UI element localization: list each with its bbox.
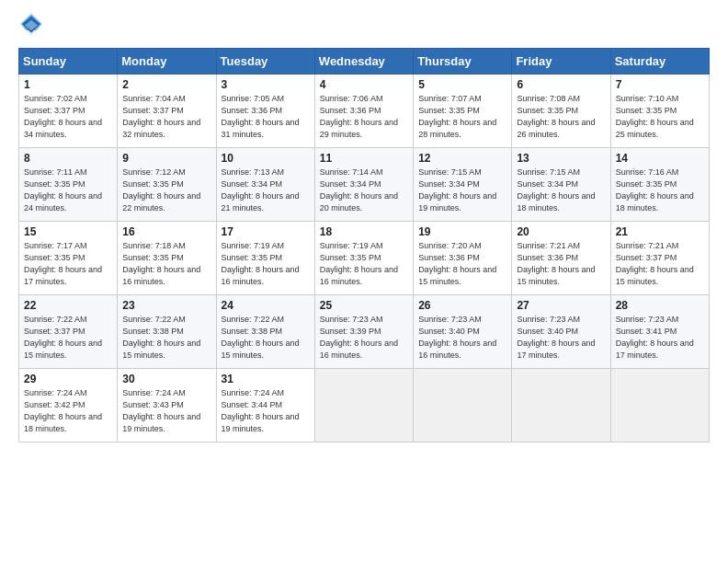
sunset-text: Sunset: 3:34 PM xyxy=(320,179,381,189)
day-number: 14 xyxy=(616,152,704,165)
cell-content: Sunrise: 7:16 AM Sunset: 3:35 PM Dayligh… xyxy=(616,167,704,214)
cell-content: Sunrise: 7:23 AM Sunset: 3:39 PM Dayligh… xyxy=(320,314,408,362)
sunrise-text: Sunrise: 7:23 AM xyxy=(320,315,383,324)
day-number: 3 xyxy=(222,78,310,91)
sunset-text: Sunset: 3:34 PM xyxy=(517,179,578,189)
sunset-text: Sunset: 3:38 PM xyxy=(222,327,283,336)
calendar-cell: 27 Sunrise: 7:23 AM Sunset: 3:40 PM Dayl… xyxy=(512,295,610,369)
sunrise-text: Sunrise: 7:20 AM xyxy=(418,241,482,250)
sunset-text: Sunset: 3:37 PM xyxy=(122,106,184,115)
day-number: 2 xyxy=(122,78,210,91)
daylight-text: Daylight: 8 hours and 21 minutes. xyxy=(222,191,300,213)
col-thursday: Thursday xyxy=(414,49,512,75)
cell-content: Sunrise: 7:10 AM Sunset: 3:35 PM Dayligh… xyxy=(616,93,704,141)
calendar-cell xyxy=(414,369,512,442)
sunrise-text: Sunrise: 7:17 AM xyxy=(24,241,87,250)
day-number: 29 xyxy=(24,373,112,385)
page: Sunday Monday Tuesday Wednesday Thursday… xyxy=(0,0,728,563)
day-number: 8 xyxy=(24,152,112,165)
sunset-text: Sunset: 3:35 PM xyxy=(24,179,85,189)
sunrise-text: Sunrise: 7:22 AM xyxy=(122,315,186,324)
sunset-text: Sunset: 3:44 PM xyxy=(222,400,283,409)
calendar-cell: 23 Sunrise: 7:22 AM Sunset: 3:38 PM Dayl… xyxy=(118,295,216,369)
daylight-text: Daylight: 8 hours and 28 minutes. xyxy=(418,118,496,139)
col-monday: Monday xyxy=(118,49,216,75)
sunset-text: Sunset: 3:35 PM xyxy=(616,179,677,189)
daylight-text: Daylight: 8 hours and 17 minutes. xyxy=(616,339,694,360)
day-number: 26 xyxy=(418,299,506,312)
daylight-text: Daylight: 8 hours and 15 minutes. xyxy=(616,265,694,286)
cell-content: Sunrise: 7:13 AM Sunset: 3:34 PM Dayligh… xyxy=(222,167,310,214)
cell-content: Sunrise: 7:19 AM Sunset: 3:35 PM Dayligh… xyxy=(222,240,310,288)
day-number: 25 xyxy=(320,299,408,312)
calendar-cell: 1 Sunrise: 7:02 AM Sunset: 3:37 PM Dayli… xyxy=(19,75,118,148)
cell-content: Sunrise: 7:15 AM Sunset: 3:34 PM Dayligh… xyxy=(517,167,605,214)
calendar-week-row: 29 Sunrise: 7:24 AM Sunset: 3:42 PM Dayl… xyxy=(19,369,710,442)
calendar-cell: 4 Sunrise: 7:06 AM Sunset: 3:36 PM Dayli… xyxy=(314,75,413,148)
col-wednesday: Wednesday xyxy=(314,49,413,75)
daylight-text: Daylight: 8 hours and 16 minutes. xyxy=(418,339,496,360)
sunrise-text: Sunrise: 7:23 AM xyxy=(418,315,482,324)
cell-content: Sunrise: 7:18 AM Sunset: 3:35 PM Dayligh… xyxy=(122,240,210,288)
sunrise-text: Sunrise: 7:22 AM xyxy=(24,315,87,324)
day-number: 9 xyxy=(122,152,210,165)
day-number: 15 xyxy=(24,225,112,238)
day-number: 18 xyxy=(320,225,408,238)
col-tuesday: Tuesday xyxy=(216,49,314,75)
day-number: 6 xyxy=(517,78,605,91)
cell-content: Sunrise: 7:12 AM Sunset: 3:35 PM Dayligh… xyxy=(122,167,210,214)
sunrise-text: Sunrise: 7:05 AM xyxy=(222,94,285,103)
day-number: 16 xyxy=(122,225,210,238)
day-number: 1 xyxy=(24,78,112,91)
sunset-text: Sunset: 3:37 PM xyxy=(24,327,85,336)
day-number: 19 xyxy=(418,225,506,238)
cell-content: Sunrise: 7:24 AM Sunset: 3:43 PM Dayligh… xyxy=(122,387,210,435)
calendar-cell: 3 Sunrise: 7:05 AM Sunset: 3:36 PM Dayli… xyxy=(216,75,314,148)
sunset-text: Sunset: 3:37 PM xyxy=(616,253,677,262)
daylight-text: Daylight: 8 hours and 20 minutes. xyxy=(320,191,398,213)
logo-icon xyxy=(18,11,44,37)
sunrise-text: Sunrise: 7:06 AM xyxy=(320,94,383,103)
sunrise-text: Sunrise: 7:24 AM xyxy=(222,388,285,397)
calendar-week-row: 22 Sunrise: 7:22 AM Sunset: 3:37 PM Dayl… xyxy=(19,295,710,369)
cell-content: Sunrise: 7:23 AM Sunset: 3:41 PM Dayligh… xyxy=(616,314,704,362)
calendar-cell: 18 Sunrise: 7:19 AM Sunset: 3:35 PM Dayl… xyxy=(314,222,413,295)
daylight-text: Daylight: 8 hours and 26 minutes. xyxy=(517,118,595,139)
day-number: 12 xyxy=(418,152,506,165)
calendar-cell: 31 Sunrise: 7:24 AM Sunset: 3:44 PM Dayl… xyxy=(216,369,314,442)
sunrise-text: Sunrise: 7:14 AM xyxy=(320,167,383,177)
calendar-cell: 8 Sunrise: 7:11 AM Sunset: 3:35 PM Dayli… xyxy=(19,148,118,222)
header-row: Sunday Monday Tuesday Wednesday Thursday… xyxy=(19,49,710,75)
cell-content: Sunrise: 7:17 AM Sunset: 3:35 PM Dayligh… xyxy=(24,240,112,288)
sunrise-text: Sunrise: 7:11 AM xyxy=(24,167,87,177)
day-number: 27 xyxy=(517,299,605,312)
daylight-text: Daylight: 8 hours and 32 minutes. xyxy=(122,118,200,139)
day-number: 20 xyxy=(517,225,605,238)
calendar-cell: 25 Sunrise: 7:23 AM Sunset: 3:39 PM Dayl… xyxy=(314,295,413,369)
sunset-text: Sunset: 3:36 PM xyxy=(418,253,480,262)
cell-content: Sunrise: 7:08 AM Sunset: 3:35 PM Dayligh… xyxy=(517,93,605,141)
sunrise-text: Sunrise: 7:08 AM xyxy=(517,94,580,103)
sunrise-text: Sunrise: 7:16 AM xyxy=(616,167,679,177)
calendar-week-row: 1 Sunrise: 7:02 AM Sunset: 3:37 PM Dayli… xyxy=(19,75,710,148)
calendar-cell: 20 Sunrise: 7:21 AM Sunset: 3:36 PM Dayl… xyxy=(512,222,610,295)
sunrise-text: Sunrise: 7:10 AM xyxy=(616,94,679,103)
sunrise-text: Sunrise: 7:13 AM xyxy=(222,167,285,177)
day-number: 23 xyxy=(122,299,210,312)
daylight-text: Daylight: 8 hours and 15 minutes. xyxy=(24,339,102,360)
sunset-text: Sunset: 3:34 PM xyxy=(418,179,480,189)
day-number: 30 xyxy=(122,373,210,385)
cell-content: Sunrise: 7:06 AM Sunset: 3:36 PM Dayligh… xyxy=(320,93,408,141)
sunset-text: Sunset: 3:43 PM xyxy=(122,400,184,409)
calendar-cell: 28 Sunrise: 7:23 AM Sunset: 3:41 PM Dayl… xyxy=(610,295,709,369)
cell-content: Sunrise: 7:22 AM Sunset: 3:38 PM Dayligh… xyxy=(222,314,310,362)
calendar-cell: 30 Sunrise: 7:24 AM Sunset: 3:43 PM Dayl… xyxy=(118,369,216,442)
daylight-text: Daylight: 8 hours and 16 minutes. xyxy=(222,265,300,286)
sunset-text: Sunset: 3:36 PM xyxy=(320,106,381,115)
daylight-text: Daylight: 8 hours and 15 minutes. xyxy=(517,265,595,286)
sunrise-text: Sunrise: 7:24 AM xyxy=(122,388,186,397)
daylight-text: Daylight: 8 hours and 18 minutes. xyxy=(616,191,694,213)
day-number: 5 xyxy=(418,78,506,91)
sunset-text: Sunset: 3:35 PM xyxy=(222,253,283,262)
sunrise-text: Sunrise: 7:21 AM xyxy=(517,241,580,250)
